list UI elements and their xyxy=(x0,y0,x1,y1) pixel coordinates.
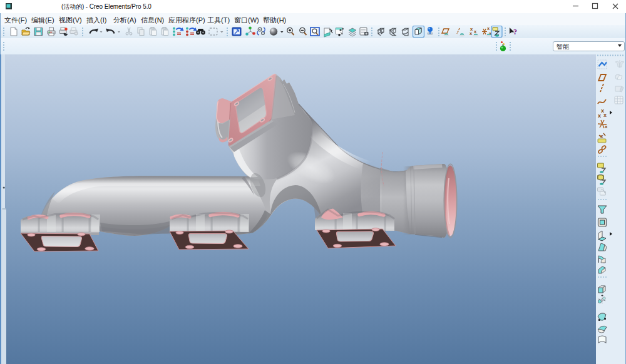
svg-text:?: ? xyxy=(513,28,517,36)
svg-text:x: x xyxy=(603,112,607,118)
svg-text:x: x xyxy=(598,113,601,119)
svg-text:x: x xyxy=(474,29,477,34)
svg-text:x: x xyxy=(605,124,608,129)
svg-text:x: x xyxy=(600,133,603,139)
